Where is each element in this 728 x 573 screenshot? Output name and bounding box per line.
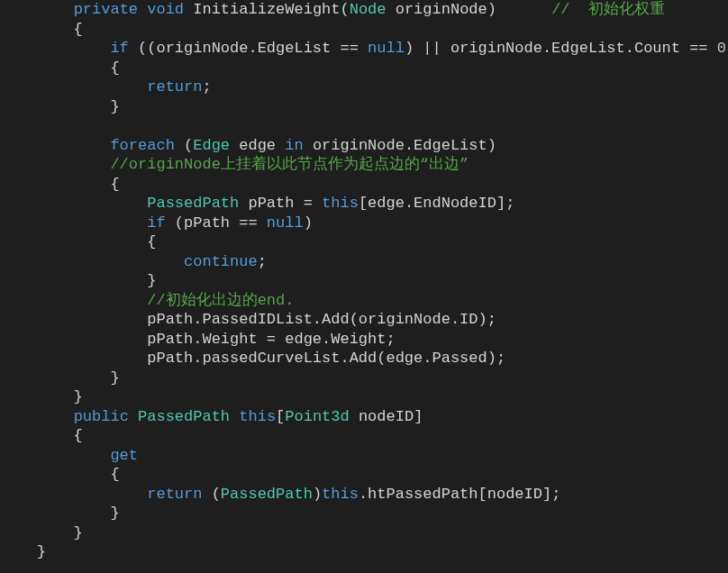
code-token: { <box>0 233 156 250</box>
code-token <box>230 408 239 425</box>
code-token: } <box>0 369 120 387</box>
code-line: return (PassedPath)this.htPassedPath[nod… <box>0 485 728 505</box>
code-token: [ <box>276 408 285 425</box>
code-token: ( <box>175 137 193 154</box>
code-token: ) <box>304 214 313 232</box>
code-line: } <box>0 504 728 523</box>
code-line: { <box>0 426 728 446</box>
code-token: { <box>0 466 120 483</box>
code-line: } <box>0 542 728 562</box>
code-token: Point3d <box>285 408 349 425</box>
code-token: this <box>322 195 359 212</box>
code-line: continue; <box>0 252 728 272</box>
code-token: ) || originNode.EdgeList.Count == <box>405 40 717 57</box>
code-token <box>0 1 74 18</box>
code-token: continue <box>184 253 258 270</box>
code-token: foreach <box>110 137 174 154</box>
code-line: //originNode上挂着以此节点作为起点边的“出边” <box>0 155 728 175</box>
code-token: ; <box>202 78 211 96</box>
code-line: { <box>0 59 728 78</box>
code-token: Node <box>350 1 387 18</box>
code-token: null <box>368 40 405 57</box>
code-token: { <box>0 21 83 38</box>
code-line: //初始化出边的end. <box>0 291 728 311</box>
code-line: { <box>0 175 728 195</box>
code-token: PassedPath <box>138 408 230 425</box>
code-line: return; <box>0 77 728 97</box>
code-token: this <box>322 486 359 503</box>
code-token: { <box>0 59 120 77</box>
code-token: pPath.PassedIDList.Add(originNode.ID); <box>0 311 496 328</box>
code-token: 0 <box>717 40 726 57</box>
code-token: (pPath == <box>166 214 267 232</box>
code-line <box>0 116 728 136</box>
code-token: in <box>285 137 303 154</box>
code-token: ( <box>202 486 220 503</box>
code-line: foreach (Edge edge in originNode.EdgeLis… <box>0 136 728 156</box>
code-token: } <box>0 98 120 115</box>
code-token <box>138 1 147 18</box>
code-token: nodeID] <box>350 408 423 425</box>
code-token: private <box>74 1 138 18</box>
code-token: PassedPath <box>147 195 239 212</box>
code-token: this <box>239 408 276 425</box>
code-token <box>0 117 9 134</box>
code-token: public <box>74 408 129 425</box>
code-line: pPath.passedCurveList.Add(edge.Passed); <box>0 349 728 368</box>
code-line: } <box>0 368 728 388</box>
code-token: PassedPath <box>221 486 313 503</box>
code-token <box>0 156 110 173</box>
code-token: .htPassedPath[nodeID]; <box>359 486 560 503</box>
code-line: public PassedPath this[Point3d nodeID] <box>0 407 728 427</box>
code-token <box>0 78 147 96</box>
code-token: originNode) <box>387 1 552 18</box>
code-token: get <box>110 447 138 464</box>
code-token: InitializeWeight( <box>184 1 350 18</box>
code-token: // 初始化权重 <box>551 1 665 18</box>
code-token: } <box>0 543 46 560</box>
code-token: return <box>147 486 202 503</box>
code-token: null <box>267 214 304 232</box>
code-token <box>0 195 147 212</box>
code-token: } <box>0 388 83 405</box>
code-token: pPath = <box>239 195 322 212</box>
code-token: originNode.EdgeList) <box>304 137 496 154</box>
code-line: } <box>0 271 728 291</box>
code-line: } <box>0 387 728 407</box>
code-line: } <box>0 97 728 117</box>
code-token: { <box>0 427 83 444</box>
code-editor[interactable]: private void InitializeWeight(Node origi… <box>0 0 728 562</box>
code-token: } <box>0 272 156 289</box>
code-token: { <box>0 176 120 193</box>
code-token: Edge <box>193 137 230 154</box>
code-token: [edge.EndNodeID]; <box>359 195 514 212</box>
code-token: edge <box>230 137 285 154</box>
code-token <box>0 408 74 425</box>
code-line: private void InitializeWeight(Node origi… <box>0 0 728 20</box>
code-line: if (pPath == null) <box>0 214 728 233</box>
code-token <box>129 408 138 425</box>
code-line: pPath.Weight = edge.Weight; <box>0 330 728 350</box>
code-token: } <box>0 505 120 522</box>
code-token: ) <box>313 486 322 503</box>
code-line: { <box>0 232 728 252</box>
code-token <box>0 253 184 270</box>
code-token: void <box>147 1 184 18</box>
code-line: { <box>0 20 728 40</box>
code-token: if <box>147 214 165 232</box>
code-token: //originNode上挂着以此节点作为起点边的“出边” <box>110 156 469 173</box>
code-line: PassedPath pPath = this[edge.EndNodeID]; <box>0 194 728 214</box>
code-line: get <box>0 446 728 466</box>
code-token: if <box>110 40 128 57</box>
code-token: ((originNode.EdgeList == <box>129 40 368 57</box>
code-token <box>0 486 147 503</box>
code-token: ; <box>258 253 267 270</box>
code-token <box>0 137 110 154</box>
code-line: { <box>0 465 728 485</box>
code-token: } <box>0 524 83 541</box>
code-token <box>0 214 147 232</box>
code-line: } <box>0 523 728 543</box>
code-token <box>0 292 147 309</box>
code-token: //初始化出边的end. <box>147 292 294 309</box>
code-line: if ((originNode.EdgeList == null) || ori… <box>0 39 728 59</box>
